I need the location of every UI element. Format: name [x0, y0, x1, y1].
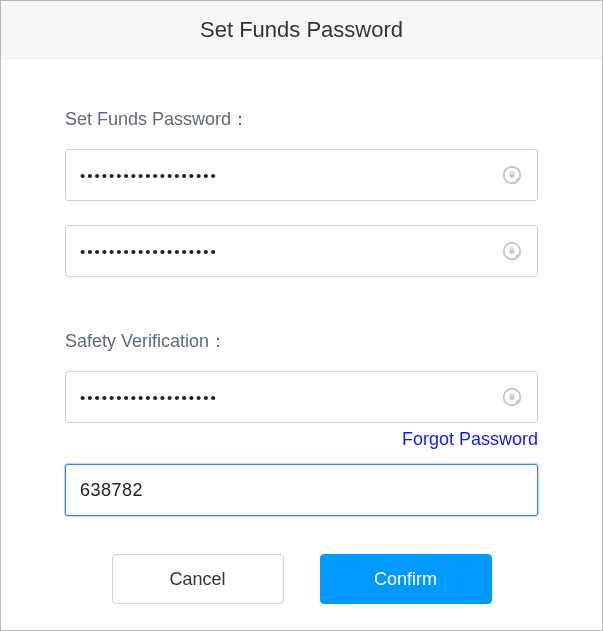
- forgot-password-row: Forgot Password: [65, 429, 538, 450]
- funds-password-input-2[interactable]: [65, 225, 538, 277]
- password-lock-icon: [500, 385, 524, 409]
- confirm-button[interactable]: Confirm: [320, 554, 492, 604]
- safety-verification-label: Safety Verification：: [65, 329, 538, 353]
- cancel-button[interactable]: Cancel: [112, 554, 284, 604]
- funds-password-input-wrap-2: [65, 225, 538, 277]
- safety-password-input-wrap: [65, 371, 538, 423]
- funds-password-input-wrap-1: [65, 149, 538, 201]
- verification-code-input[interactable]: [65, 464, 538, 516]
- svg-rect-5: [510, 396, 515, 400]
- password-lock-icon: [500, 163, 524, 187]
- dialog-body: Set Funds Password：: [1, 59, 602, 631]
- funds-password-input-1[interactable]: [65, 149, 538, 201]
- dialog-header: Set Funds Password: [1, 1, 602, 59]
- password-lock-icon: [500, 239, 524, 263]
- verification-code-input-wrap: [65, 464, 538, 516]
- safety-password-input[interactable]: [65, 371, 538, 423]
- button-row: Cancel Confirm: [65, 554, 538, 604]
- svg-rect-1: [510, 174, 515, 178]
- svg-rect-3: [510, 250, 515, 254]
- set-funds-password-dialog: Set Funds Password Set Funds Password：: [0, 0, 603, 631]
- dialog-title: Set Funds Password: [200, 17, 403, 43]
- funds-password-label: Set Funds Password：: [65, 107, 538, 131]
- forgot-password-link[interactable]: Forgot Password: [402, 429, 538, 450]
